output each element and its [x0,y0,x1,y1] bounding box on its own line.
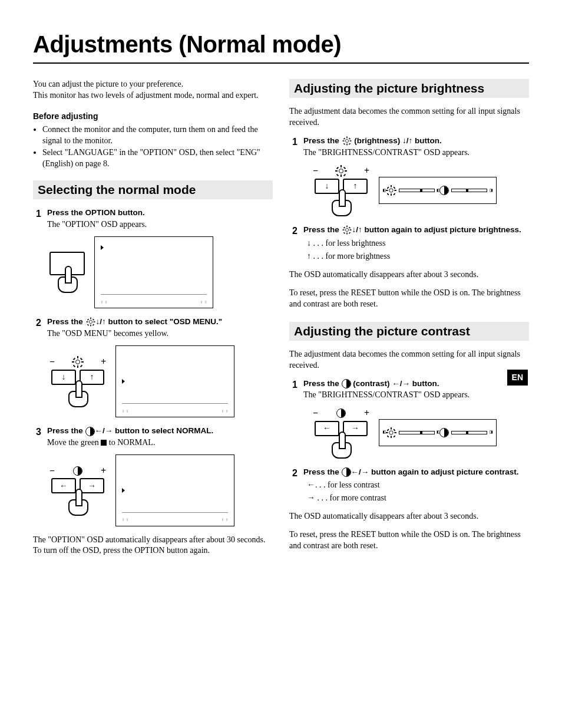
step-row: 1 Press the (brightness) ↓/↑ button. The… [289,136,529,159]
finger-icon [57,272,78,293]
brightness-buttons-figure: − + ↓ ↑ [49,355,106,407]
step-number: 3 [33,426,41,448]
step-desc: The "OPTION" OSD appears. [47,219,273,230]
contrast-buttons-figure: − + ← → [49,465,106,516]
left-arrow-icon: ← [95,426,103,435]
step-desc: The "BRIGHTNESS/CONTRAST" OSD appears. [303,147,529,159]
brightness-buttons-figure: − + ↓ ↑ [313,164,369,216]
up-button-icon: ↑ [80,370,104,385]
contrast-icon [439,186,449,195]
text: Press the [47,317,85,326]
text: (brightness) [352,136,403,145]
contrast-slider-icon [451,431,487,434]
adjust-list: ←. . . for less contrast → . . . for mor… [303,479,529,504]
text: Press the [303,379,342,388]
minus-icon: − [313,164,318,177]
minus-icon: − [49,465,55,477]
brightness-icon [72,357,83,367]
section-selecting-normal: Selecting the normal mode [33,180,273,199]
step-title: Press the ↓/↑ button to select "OSD MENU… [47,317,273,327]
text: button to select "OSD MENU." [106,317,222,326]
finger-icon [67,495,88,516]
step-row: 2 Press the ↓/↑ button to select "OSD ME… [33,317,273,340]
minus-icon: − [49,355,55,368]
step-number: 1 [289,136,297,159]
option-button-figure [49,252,85,293]
text: to NORMAL. [107,438,155,447]
step-row: 2 Press the ↓/↑ button again to adjust p… [289,225,529,263]
contrast-icon [85,427,95,436]
finger-icon [330,437,352,459]
right-arrow-icon: → [402,379,411,388]
left-button-icon: ← [51,478,76,493]
reset-paragraph: To reset, press the RESET button while t… [289,529,529,552]
step-number: 1 [289,378,297,401]
text: button again to adjust picture contrast. [369,467,518,476]
down-button-icon: ↓ [315,179,339,194]
brightness-icon [343,137,351,146]
list-item: Select "LANGUAGE" in the "OPTION" OSD, t… [42,147,273,170]
right-arrow-icon: → [361,467,369,476]
adjust-list: ↓ . . . for less brightness ↑ . . . for … [303,238,529,262]
osd-strip: ◧ ◧ ◨ [379,419,497,446]
down-button-icon: ↓ [51,370,76,385]
left-arrow-icon: ← [351,467,359,476]
intro-paragraph: The adjustment data becomes the common s… [289,106,529,129]
before-adjusting-list: Connect the monitor and the computer, tu… [33,124,273,170]
auto-paragraph: The OSD automatically disappears after a… [289,269,529,281]
osd-box: ▯ ▯▯ ▯ [115,454,234,526]
step-desc: The "BRIGHTNESS/CONTRAST" OSD appears. [303,390,529,401]
section-brightness: Adjusting the picture brightness [289,79,529,98]
left-button-icon: ← [315,421,339,436]
up-button-icon: ↑ [343,179,368,194]
list-item: → . . . for more contrast [303,492,529,504]
contrast-buttons-figure: − + ← → [313,407,369,459]
plus-icon: + [101,465,106,477]
plus-icon: + [364,407,369,420]
list-item: Connect the monitor and the computer, tu… [42,124,273,147]
left-arrow-icon: ← [307,480,315,489]
brightness-icon [343,226,351,235]
list-item: ←. . . for less contrast [303,479,529,491]
figure-row: − + ↓ ↑ ▯ ▯▯ ▯ [49,345,273,417]
square-icon [101,440,107,446]
contrast-icon [336,409,346,418]
page-title: Adjustments (Normal mode) [33,28,529,60]
reset-paragraph: To reset, press the RESET button while t… [289,288,529,310]
text: Press the [303,136,342,145]
brightness-icon [336,166,346,176]
step-row: 3 Press the ←/→ button to select NORMAL.… [33,426,273,448]
text: (contrast) [351,379,392,388]
osd-box: ▯ ▯▯ ▯ [115,345,234,417]
right-arrow-icon: → [105,426,113,435]
contrast-icon [73,466,82,476]
step-title: Press the ←/→ button again to adjust pic… [303,467,529,477]
text: Press the [303,225,342,234]
left-arrow-icon: ← [392,379,400,388]
figure-row: − + ↓ ↑ ◧ ◧ ◨ [313,164,529,216]
step-desc: Move the green to NORMAL. [47,437,273,449]
text: . . . for less contrast [315,480,380,489]
osd-num-indicator: ◨ [490,187,492,194]
figure-row: − + ← → ▯ ▯▯ ▯ [49,454,273,526]
right-button-icon: → [343,421,368,436]
down-arrow-icon: ↓ [402,136,406,145]
title-rule [33,62,529,64]
brightness-icon [87,318,95,327]
step-title: Press the (brightness) ↓/↑ button. [303,136,529,146]
figure-row: − + ← → ◧ ◧ ◨ [313,407,529,459]
language-tab: EN [507,370,528,386]
text: button. [412,136,441,145]
list-item: ↓ . . . for less brightness [303,238,529,249]
step-title: Press the (contrast) ←/→ button. [303,378,529,389]
list-item: ↑ . . . for more brightness [303,251,529,262]
section-contrast: Adjusting the picture contrast [289,322,529,341]
text: . . . for more brightness [311,252,390,261]
brightness-slider-icon [399,431,435,434]
finger-icon [330,195,352,216]
step-desc: The "OSD MENU" becomes yellow. [47,328,273,340]
text: Press the [47,426,85,435]
brightness-icon [386,186,396,195]
text: button to select NORMAL. [113,426,213,435]
before-adjusting-heading: Before adjusting [33,111,273,122]
